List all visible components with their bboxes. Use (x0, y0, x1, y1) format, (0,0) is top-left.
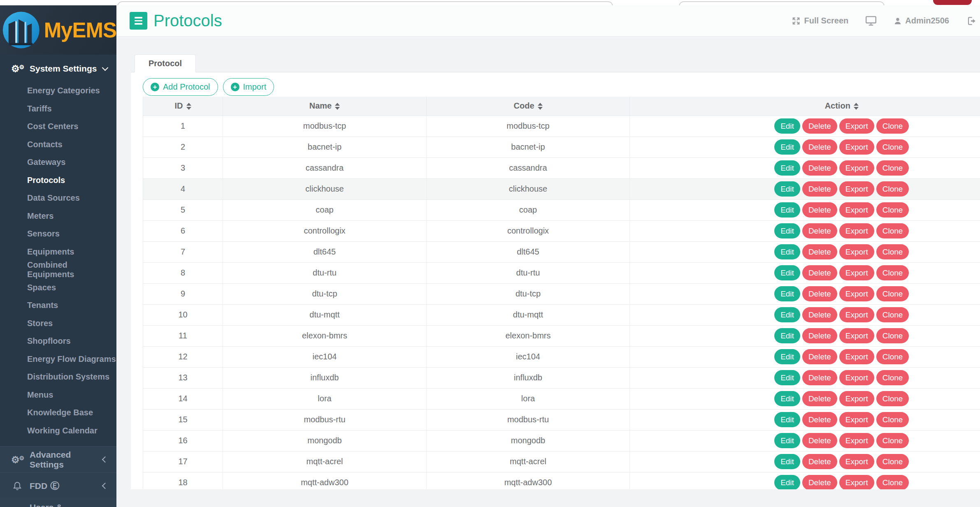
import-button[interactable]: + Import (223, 78, 274, 96)
sidebar-item-sensors[interactable]: Sensors (0, 225, 116, 243)
clone-button[interactable]: Clone (876, 118, 909, 134)
sidebar-item-shopfloors[interactable]: Shopfloors (0, 332, 116, 350)
sidebar-item-cost-centers[interactable]: Cost Centers (0, 118, 116, 136)
export-button[interactable]: Export (839, 307, 874, 322)
edit-button[interactable]: Edit (774, 181, 800, 197)
delete-button[interactable]: Delete (802, 118, 837, 134)
export-button[interactable]: Export (839, 118, 874, 134)
delete-button[interactable]: Delete (802, 202, 837, 218)
sidebar-item-data-sources[interactable]: Data Sources (0, 189, 116, 207)
delete-button[interactable]: Delete (802, 349, 837, 364)
delete-button[interactable]: Delete (802, 181, 837, 197)
edit-button[interactable]: Edit (774, 412, 800, 427)
delete-button[interactable]: Delete (802, 391, 837, 406)
clone-button[interactable]: Clone (876, 307, 909, 322)
sidebar-item-knowledge-base[interactable]: Knowledge Base (0, 404, 116, 422)
fullscreen-button[interactable]: Full Screen (792, 16, 848, 25)
sidebar-item-stores[interactable]: Stores (0, 315, 116, 333)
sidebar-item-distribution-systems[interactable]: Distribution Systems (0, 368, 116, 386)
edit-button[interactable]: Edit (774, 349, 800, 364)
delete-button[interactable]: Delete (802, 139, 837, 155)
clone-button[interactable]: Clone (876, 370, 909, 385)
clone-button[interactable]: Clone (876, 328, 909, 343)
export-button[interactable]: Export (839, 475, 874, 489)
export-button[interactable]: Export (839, 412, 874, 427)
delete-button[interactable]: Delete (802, 412, 837, 427)
export-button[interactable]: Export (839, 433, 874, 448)
sidebar-item-combined-equipments[interactable]: Combined Equipments (0, 261, 116, 279)
column-header-action[interactable]: Action (630, 97, 980, 116)
export-button[interactable]: Export (839, 139, 874, 155)
column-header-code[interactable]: Code (427, 97, 630, 116)
clone-button[interactable]: Clone (876, 160, 909, 176)
sidebar-item-energy-categories[interactable]: Energy Categories (0, 82, 116, 100)
delete-button[interactable]: Delete (802, 160, 837, 176)
sidebar-item-protocols[interactable]: Protocols (0, 171, 116, 190)
edit-button[interactable]: Edit (774, 433, 800, 448)
add-protocol-button[interactable]: + Add Protocol (143, 78, 218, 96)
sidebar-item-menus[interactable]: Menus (0, 386, 116, 404)
edit-button[interactable]: Edit (774, 202, 800, 218)
sidebar-item-tariffs[interactable]: Tariffs (0, 100, 116, 118)
sidebar-item-system-settings[interactable]: ⚙⚙ System Settings (0, 59, 116, 79)
sidebar-item-spaces[interactable]: Spaces (0, 279, 116, 297)
clone-button[interactable]: Clone (876, 181, 909, 197)
sidebar-item-energy-flow-diagrams[interactable]: Energy Flow Diagrams (0, 350, 116, 368)
column-header-name[interactable]: Name (223, 97, 427, 116)
tab-protocol[interactable]: Protocol (135, 54, 196, 72)
clone-button[interactable]: Clone (876, 475, 909, 489)
delete-button[interactable]: Delete (802, 454, 837, 469)
edit-button[interactable]: Edit (774, 391, 800, 406)
delete-button[interactable]: Delete (802, 244, 837, 259)
edit-button[interactable]: Edit (774, 244, 800, 259)
clone-button[interactable]: Clone (876, 265, 909, 280)
browser-red-button[interactable] (933, 0, 972, 5)
sidebar-item-equipments[interactable]: Equipments (0, 243, 116, 261)
edit-button[interactable]: Edit (774, 139, 800, 155)
export-button[interactable]: Export (839, 454, 874, 469)
clone-button[interactable]: Clone (876, 202, 909, 218)
delete-button[interactable]: Delete (802, 265, 837, 280)
export-button[interactable]: Export (839, 391, 874, 406)
export-button[interactable]: Export (839, 265, 874, 280)
export-button[interactable]: Export (839, 223, 874, 238)
delete-button[interactable]: Delete (802, 433, 837, 448)
user-menu[interactable]: Admin2506 (894, 16, 949, 25)
export-button[interactable]: Export (839, 181, 874, 197)
edit-button[interactable]: Edit (774, 370, 800, 385)
sidebar-item-users-privileges[interactable]: Users & Privileges (0, 499, 116, 507)
delete-button[interactable]: Delete (802, 328, 837, 343)
monitor-button[interactable] (865, 16, 877, 26)
edit-button[interactable]: Edit (774, 307, 800, 322)
clone-button[interactable]: Clone (876, 454, 909, 469)
clone-button[interactable]: Clone (876, 412, 909, 427)
export-button[interactable]: Export (839, 370, 874, 385)
edit-button[interactable]: Edit (774, 328, 800, 343)
clone-button[interactable]: Clone (876, 391, 909, 406)
edit-button[interactable]: Edit (774, 286, 800, 301)
sidebar-toggle-button[interactable] (130, 12, 147, 30)
sidebar-item-gateways[interactable]: Gateways (0, 153, 116, 171)
export-button[interactable]: Export (839, 328, 874, 343)
edit-button[interactable]: Edit (774, 223, 800, 238)
column-header-id[interactable]: ID (143, 97, 223, 116)
edit-button[interactable]: Edit (774, 265, 800, 280)
clone-button[interactable]: Clone (876, 139, 909, 155)
sidebar-item-meters[interactable]: Meters (0, 207, 116, 225)
sidebar-item-tenants[interactable]: Tenants (0, 296, 116, 315)
signout-button[interactable] (966, 16, 977, 26)
clone-button[interactable]: Clone (876, 223, 909, 238)
sidebar-item-working-calendar[interactable]: Working Calendar (0, 422, 116, 440)
delete-button[interactable]: Delete (802, 223, 837, 238)
export-button[interactable]: Export (839, 202, 874, 218)
delete-button[interactable]: Delete (802, 307, 837, 322)
clone-button[interactable]: Clone (876, 349, 909, 364)
delete-button[interactable]: Delete (802, 370, 837, 385)
sidebar-item-advanced-settings[interactable]: ⚙⚙ Advanced Settings (0, 447, 116, 472)
edit-button[interactable]: Edit (774, 454, 800, 469)
sidebar-item-contacts[interactable]: Contacts (0, 136, 116, 154)
edit-button[interactable]: Edit (774, 160, 800, 176)
delete-button[interactable]: Delete (802, 286, 837, 301)
export-button[interactable]: Export (839, 244, 874, 259)
export-button[interactable]: Export (839, 286, 874, 301)
